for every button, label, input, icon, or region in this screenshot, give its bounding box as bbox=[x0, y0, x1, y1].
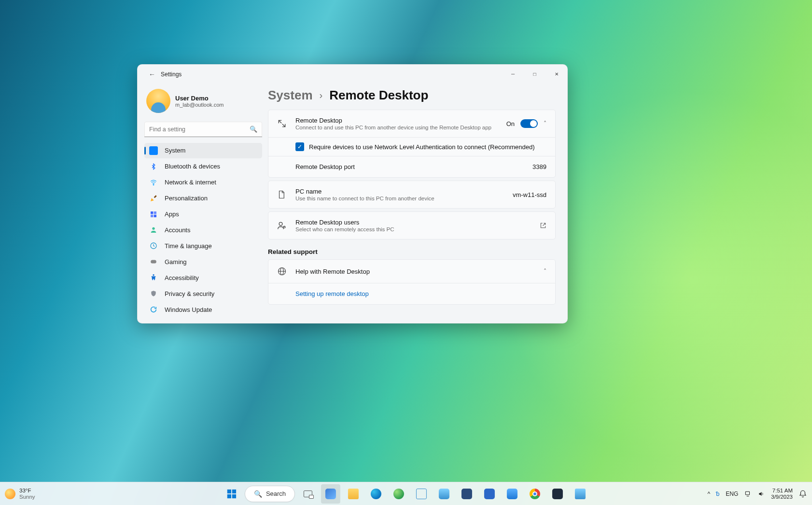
back-button[interactable]: ← bbox=[145, 70, 159, 78]
taskbar-app-terminal[interactable] bbox=[457, 484, 476, 504]
breadcrumb: System › Remote Desktop bbox=[268, 88, 556, 103]
pers-icon bbox=[149, 194, 158, 203]
profile-name: User Demo bbox=[175, 95, 224, 102]
chevron-right-icon: › bbox=[320, 90, 323, 101]
rdp-port-row[interactable]: Remote Desktop port 3389 bbox=[268, 156, 555, 177]
sidebar-item-network-internet[interactable]: Network & internet bbox=[144, 175, 262, 190]
sidebar-item-accounts[interactable]: Accounts bbox=[144, 223, 262, 238]
svg-point-7 bbox=[152, 227, 154, 230]
remote-desktop-header-row[interactable]: Remote Desktop Connect to and use this P… bbox=[268, 110, 555, 137]
remote-desktop-toggle[interactable] bbox=[520, 119, 538, 128]
taskbar-app-store[interactable] bbox=[412, 484, 431, 504]
sidebar-item-bluetooth-devices[interactable]: Bluetooth & devices bbox=[144, 159, 262, 174]
search-input[interactable] bbox=[144, 122, 262, 137]
pc-name-desc: Use this name to connect to this PC from… bbox=[295, 196, 505, 201]
sidebar-item-label: Time & language bbox=[165, 242, 212, 250]
taskbar: 33°F Sunny 🔍 Search ^ ␢ ENG bbox=[0, 482, 812, 505]
chevron-up-icon[interactable]: ˄ bbox=[544, 120, 546, 127]
taskbar-app-edge-dev[interactable] bbox=[389, 484, 408, 504]
sidebar: User Demo m_lab@outlook.com 🔍 SystemBlue… bbox=[138, 84, 268, 323]
sidebar-item-time-language[interactable]: Time & language bbox=[144, 238, 262, 253]
sidebar-item-gaming[interactable]: Gaming bbox=[144, 254, 262, 269]
sys-icon bbox=[149, 146, 158, 155]
acc-icon bbox=[149, 273, 158, 282]
window-title: Settings bbox=[161, 71, 182, 78]
users-icon bbox=[277, 221, 288, 230]
sidebar-item-personalization[interactable]: Personalization bbox=[144, 191, 262, 206]
sidebar-item-system[interactable]: System bbox=[144, 143, 262, 158]
help-row[interactable]: Help with Remote Desktop ˄ bbox=[268, 260, 555, 283]
taskbar-app-edge[interactable] bbox=[366, 484, 386, 504]
rdp-users-title: Remote Desktop users bbox=[295, 219, 532, 226]
sidebar-item-windows-update[interactable]: Windows Update bbox=[144, 302, 262, 317]
external-link-icon bbox=[540, 222, 546, 229]
svg-rect-17 bbox=[227, 494, 231, 498]
search-icon: 🔍 bbox=[254, 490, 262, 498]
profile-email: m_lab@outlook.com bbox=[175, 102, 224, 108]
taskbar-app-word[interactable] bbox=[480, 484, 499, 504]
apps-icon bbox=[149, 210, 158, 219]
sidebar-item-label: Accessibility bbox=[165, 274, 199, 281]
related-support-label: Related support bbox=[268, 248, 556, 255]
taskbar-app-mail[interactable] bbox=[503, 484, 522, 504]
chevron-up-icon[interactable]: ˄ bbox=[544, 268, 546, 275]
remote-desktop-desc: Connect to and use this PC from another … bbox=[295, 125, 499, 130]
taskbar-app-monitor[interactable] bbox=[571, 484, 590, 504]
taskbar-app-explorer[interactable] bbox=[344, 484, 363, 504]
sidebar-item-privacy-security[interactable]: Privacy & security bbox=[144, 286, 262, 301]
main-panel: System › Remote Desktop Remote Desktop C… bbox=[268, 84, 567, 323]
titlebar: ← Settings ─ □ ✕ bbox=[138, 65, 567, 84]
help-link[interactable]: Setting up remote desktop bbox=[268, 283, 378, 304]
pc-name-title: PC name bbox=[295, 188, 505, 195]
nla-checkbox[interactable]: ✓ bbox=[295, 142, 304, 151]
system-tray: ^ ␢ ENG 7:51 AM 3/9/2023 bbox=[708, 488, 807, 500]
taskbar-app-chrome[interactable] bbox=[525, 484, 545, 504]
nla-checkbox-row[interactable]: ✓ Require devices to use Network Level A… bbox=[268, 138, 555, 156]
svg-rect-0 bbox=[151, 148, 156, 152]
svg-rect-9 bbox=[151, 260, 156, 264]
volume-icon[interactable] bbox=[757, 491, 765, 497]
help-title: Help with Remote Desktop bbox=[295, 268, 536, 275]
clock[interactable]: 7:51 AM 3/9/2023 bbox=[771, 488, 793, 500]
acct-icon bbox=[149, 225, 158, 234]
sidebar-item-label: Network & internet bbox=[165, 179, 216, 186]
svg-rect-6 bbox=[154, 214, 156, 217]
sidebar-item-label: Personalization bbox=[165, 195, 208, 202]
remote-desktop-card: Remote Desktop Connect to and use this P… bbox=[268, 110, 556, 178]
taskbar-app-powershell[interactable] bbox=[548, 484, 567, 504]
weather-widget[interactable]: 33°F Sunny bbox=[5, 488, 72, 500]
nav-list: SystemBluetooth & devicesNetwork & inter… bbox=[144, 143, 262, 317]
sidebar-item-label: Accounts bbox=[165, 226, 190, 234]
pc-name-row[interactable]: PC name Use this name to connect to this… bbox=[268, 181, 555, 208]
pc-name-card: PC name Use this name to connect to this… bbox=[268, 181, 556, 209]
sidebar-item-apps[interactable]: Apps bbox=[144, 207, 262, 222]
network-icon[interactable] bbox=[744, 491, 752, 497]
taskbar-app-notepad[interactable] bbox=[434, 484, 454, 504]
sidebar-item-label: Privacy & security bbox=[165, 290, 214, 297]
taskbar-app-settings[interactable] bbox=[321, 484, 340, 504]
maximize-button[interactable]: □ bbox=[524, 65, 546, 84]
start-button[interactable] bbox=[222, 484, 241, 504]
language-indicator[interactable]: ENG bbox=[726, 491, 738, 497]
notifications-button[interactable] bbox=[798, 490, 807, 498]
pc-name-value: vm-w11-ssd bbox=[513, 191, 546, 198]
help-card: Help with Remote Desktop ˄ Setting up re… bbox=[268, 259, 556, 305]
profile-block[interactable]: User Demo m_lab@outlook.com bbox=[144, 87, 262, 120]
taskbar-search[interactable]: 🔍 Search bbox=[245, 486, 295, 502]
priv-icon bbox=[149, 289, 158, 298]
close-button[interactable]: ✕ bbox=[546, 65, 567, 84]
minimize-button[interactable]: ─ bbox=[502, 65, 524, 84]
tray-overflow-button[interactable]: ^ bbox=[708, 491, 711, 497]
breadcrumb-parent[interactable]: System bbox=[268, 88, 313, 103]
time-icon bbox=[149, 241, 158, 250]
svg-rect-5 bbox=[151, 214, 153, 217]
svg-rect-16 bbox=[232, 489, 236, 493]
game-icon bbox=[149, 257, 158, 266]
rdp-users-row[interactable]: Remote Desktop users Select who can remo… bbox=[268, 212, 555, 239]
task-view-button[interactable] bbox=[298, 484, 318, 504]
rdp-users-card: Remote Desktop users Select who can remo… bbox=[268, 211, 556, 239]
avatar bbox=[146, 89, 170, 113]
sidebar-item-accessibility[interactable]: Accessibility bbox=[144, 270, 262, 285]
sidebar-item-label: Gaming bbox=[165, 258, 187, 266]
bluetooth-icon[interactable]: ␢ bbox=[716, 491, 720, 497]
